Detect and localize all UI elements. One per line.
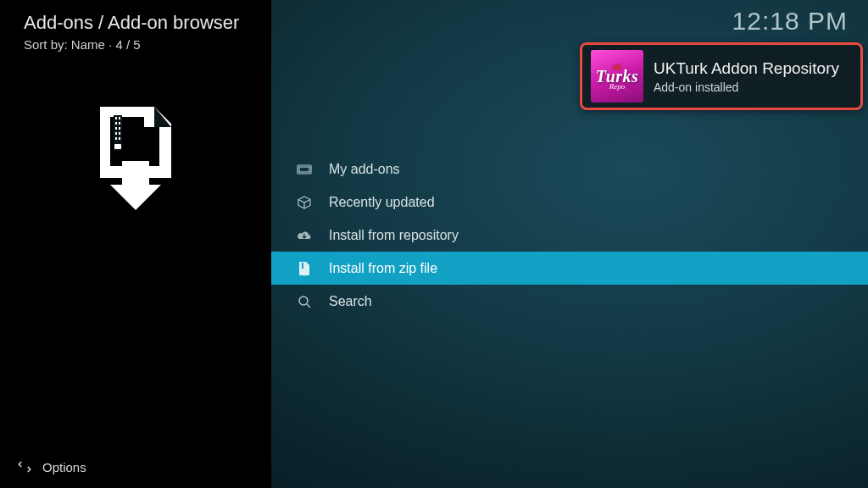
zip-file-icon [297, 261, 312, 276]
menu-item-my-addons[interactable]: My add-ons [271, 152, 868, 186]
svg-rect-3 [115, 122, 117, 125]
cloud-download-icon [297, 228, 312, 243]
svg-rect-5 [115, 127, 117, 130]
options-icon [17, 459, 32, 474]
menu-item-recently-updated[interactable]: Recently updated [271, 186, 868, 219]
svg-rect-14 [302, 263, 303, 269]
sort-count: 4 / 5 [115, 37, 140, 52]
svg-point-15 [299, 297, 308, 305]
menu-list: My add-ons Recently updated Install from… [271, 152, 868, 318]
sort-field: Name [71, 37, 105, 52]
menu-item-label: Install from zip file [329, 261, 437, 276]
svg-rect-9 [115, 137, 117, 140]
svg-rect-10 [119, 137, 120, 140]
svg-rect-2 [119, 117, 120, 119]
footer-options[interactable]: Options [17, 459, 86, 474]
menu-item-label: Search [329, 294, 372, 309]
breadcrumb: Add-ons / Add-on browser [24, 12, 239, 34]
notification-title: UKTurk Addon Repository [654, 59, 839, 78]
menu-item-label: Install from repository [329, 228, 459, 243]
sort-prefix: Sort by: [24, 37, 71, 52]
search-icon [297, 294, 312, 309]
svg-rect-6 [119, 127, 120, 130]
options-label: Options [42, 460, 86, 474]
box-icon [297, 195, 312, 210]
sidebar: Add-ons / Add-on browser Sort by: Name ·… [0, 0, 271, 488]
svg-rect-1 [115, 117, 117, 119]
header: Add-ons / Add-on browser Sort by: Name ·… [24, 12, 239, 52]
addons-icon [297, 162, 312, 177]
main-panel: 12:18 PM My add-ons Recently updated Ins… [271, 0, 868, 488]
category-illustration [0, 102, 271, 212]
thumb-line1: uk [613, 63, 622, 70]
zip-download-icon [85, 102, 186, 212]
svg-rect-7 [115, 132, 117, 135]
svg-rect-8 [119, 132, 120, 135]
notification-toast: uk Turks Repo UKTurk Addon Repository Ad… [580, 42, 863, 110]
notification-text: UKTurk Addon Repository Add-on installed [654, 59, 839, 94]
svg-rect-4 [119, 122, 120, 125]
notification-subtitle: Add-on installed [654, 80, 839, 94]
svg-rect-13 [299, 167, 309, 172]
menu-item-install-from-repository[interactable]: Install from repository [271, 219, 868, 252]
menu-item-search[interactable]: Search [271, 285, 868, 318]
sort-line: Sort by: Name · 4 / 5 [24, 37, 239, 52]
clock: 12:18 PM [732, 7, 848, 36]
notification-thumbnail: uk Turks Repo [591, 50, 643, 103]
thumb-line3: Repo [609, 83, 626, 90]
svg-rect-11 [114, 144, 121, 149]
menu-item-install-from-zip[interactable]: Install from zip file [271, 252, 868, 285]
menu-item-label: My add-ons [329, 162, 400, 177]
menu-item-label: Recently updated [329, 195, 435, 210]
